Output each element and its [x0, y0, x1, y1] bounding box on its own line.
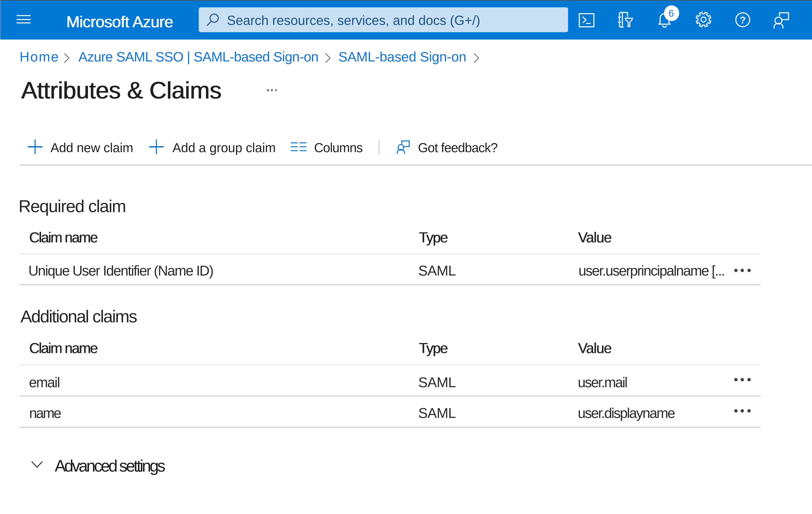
svg-text:?: ? [740, 15, 746, 26]
